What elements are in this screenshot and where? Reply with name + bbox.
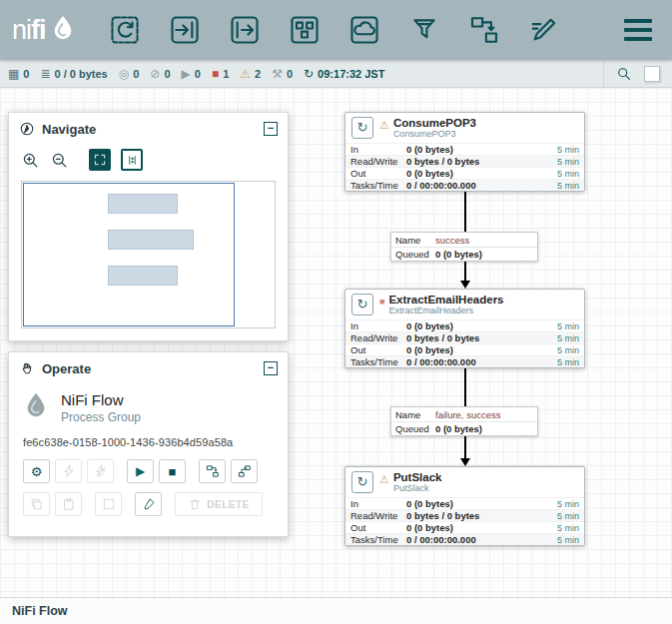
flow-canvas[interactable]: Name success Queued 0 (0 bytes) Name fai… [0,88,672,597]
nifi-app: nifi [0,0,672,624]
processor-header: ↻ ⚠ ConsumePOP3 ConsumePOP3 [345,113,584,143]
connection-queued-label: Queued [395,423,431,434]
status-bar-right [603,60,672,87]
stat-row-in: In 0 (0 bytes) 5 min [345,319,584,331]
processor-type-icon: ↻ [351,294,373,315]
drop-icon [50,14,76,46]
active-threads-status: ▦ 0 [8,68,29,80]
running-count: 0 [195,68,201,80]
processor-type: ConsumePOP3 [393,129,476,140]
stop-button[interactable]: ■ [159,459,186,483]
connection-label-failure-success[interactable]: Name failure, success Queued 0 (0 bytes) [390,406,538,436]
selected-component-row: NiFi Flow Process Group [9,384,288,426]
processor-putslack[interactable]: ↻ ⚠ PutSlack PutSlack In 0 (0 bytes) 5 m… [344,466,585,546]
navigate-collapse-button[interactable]: − [264,122,278,136]
stamp-icon [102,497,116,511]
processor-type-icon: ↻ [351,117,373,139]
zoom-in-button[interactable] [21,151,40,170]
component-toolbar [106,11,563,49]
connection-queued-row: Queued 0 (0 bytes) [391,421,537,435]
fill-color-button[interactable] [135,492,162,516]
warning-status-icon: ⚠ [379,119,389,131]
transmitting-status: ◎ 0 [119,68,140,80]
navigate-panel-header: Navigate − [9,113,288,145]
birdseye-minimap[interactable] [21,181,276,328]
logo-text-ni: ni [12,15,31,46]
disable-button[interactable] [87,459,114,483]
connection-queued-value: 0 (0 bytes) [435,249,482,260]
not-transmitting-count: 0 [164,68,170,80]
stat-row-in: In 0 (0 bytes) 5 min [345,497,584,509]
processor-type-icon: ↻ [351,471,373,493]
processor-header: ↻ ■ ExtractEmailHeaders ExtractEmailHead… [345,290,584,319]
panel-toggle-icon[interactable] [644,66,660,82]
stopped-count: 1 [223,68,229,80]
enable-button[interactable] [55,459,82,483]
selected-component-name: NiFi Flow [61,391,141,408]
stopped-icon: ■ [212,68,219,80]
zoom-out-button[interactable] [50,151,69,170]
output-port-icon[interactable] [226,11,264,49]
delete-button[interactable]: DELETE [175,492,263,516]
save-template-button[interactable] [199,459,226,483]
connection-arrowhead-icon [460,281,470,289]
paste-button[interactable] [55,492,82,516]
drop-icon [23,390,49,424]
search-button[interactable] [616,66,632,82]
stat-row-out: Out 0 (0 bytes) 5 min [345,521,584,533]
zoom-fit-button[interactable] [89,149,111,171]
template-icon[interactable] [465,11,503,49]
zoom-in-icon [21,151,40,170]
processor-name: PutSlack [393,471,442,483]
processor-icon[interactable] [106,11,144,49]
stopped-status: ■ 1 [212,68,229,80]
operate-collapse-button[interactable]: − [264,361,278,375]
refresh-status: ↻ 09:17:32 JST [304,68,384,80]
copy-button[interactable] [23,492,50,516]
actual-size-icon [126,154,139,167]
funnel-icon[interactable] [405,11,443,49]
connection-arrowhead-icon [460,458,470,466]
processor-consumepop3[interactable]: ↻ ⚠ ConsumePOP3 ConsumePOP3 In 0 (0 byte… [344,112,585,192]
hand-icon [19,360,35,376]
actual-size-button[interactable] [121,149,143,171]
breadcrumb[interactable]: NiFi Flow [12,604,68,618]
stat-row-tasks: Tasks/Time 0 / 00:00:00.000 5 min [345,355,584,367]
nifi-logo[interactable]: nifi [0,14,86,46]
selected-component-type: Process Group [61,410,141,424]
refresh-icon[interactable]: ↻ [304,68,314,80]
connection-queued-row: Queued 0 (0 bytes) [391,247,537,261]
navigate-toolbar [9,145,288,177]
selected-component-id: fe6c638e-0158-1000-1436-936b4d59a58a [9,426,288,450]
connection-queued-value: 0 (0 bytes) [435,423,482,434]
connection-name-value: failure, success [435,409,500,420]
invalid-icon: ⚠ [240,68,251,80]
stat-row-readwrite: Read/Write 0 bytes / 0 bytes 5 min [345,509,584,521]
upload-template-button[interactable] [231,459,258,483]
stat-row-out: Out 0 (0 bytes) 5 min [345,167,584,179]
navigate-panel-title: Navigate [42,122,96,137]
active-threads-count: 0 [23,68,29,80]
minimap-viewport[interactable] [23,183,235,326]
connection-name-label: Name [395,409,431,420]
remote-process-group-icon[interactable] [345,11,383,49]
global-menu-button[interactable] [620,15,656,45]
processor-name: ConsumePOP3 [393,117,476,129]
connection-name-label: Name [395,235,431,246]
start-button[interactable]: ▶ [127,459,154,483]
menu-bar [624,28,652,32]
input-port-icon[interactable] [166,11,204,49]
queued-count: 0 / 0 bytes [55,68,108,80]
settings-button[interactable]: ⚙ [23,459,50,483]
create-template-button[interactable] [95,492,122,516]
transmitting-count: 0 [133,68,139,80]
operate-buttons-row-2: DELETE [9,483,288,516]
menu-bar [624,19,652,23]
label-icon[interactable] [525,11,563,49]
connection-label-success[interactable]: Name success Queued 0 (0 bytes) [390,232,538,262]
processor-extractemailheaders[interactable]: ↻ ■ ExtractEmailHeaders ExtractEmailHead… [344,289,585,368]
connection-name-row: Name success [391,233,537,247]
paste-icon [62,497,76,511]
process-group-icon[interactable] [286,11,324,49]
disabled-status: ⚒ 0 [272,68,293,80]
